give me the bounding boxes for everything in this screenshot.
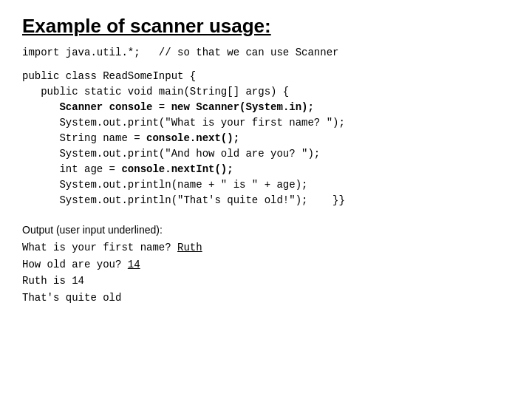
code-line-8: System.out.println(name + " is " + age); bbox=[22, 179, 307, 191]
output-line-1-prefix: What is your first name? bbox=[22, 242, 177, 253]
code-line-1: public class ReadSomeInput { bbox=[22, 70, 196, 82]
code-line-9: System.out.println("That's quite old!");… bbox=[22, 194, 345, 206]
output-line-3: Ruth is 14 bbox=[22, 273, 510, 289]
output-line-2-user: 14 bbox=[128, 259, 140, 270]
output-section: Output (user input underlined): What is … bbox=[22, 222, 510, 306]
import-line: import java.util.*; // so that we can us… bbox=[22, 47, 510, 58]
code-line-2: public static void main(String[] args) { bbox=[22, 86, 289, 98]
output-line-1: What is your first name? Ruth bbox=[22, 239, 510, 256]
output-label: Output (user input underlined): bbox=[22, 222, 510, 238]
code-line-3: Scanner console = new Scanner(System.in)… bbox=[22, 101, 314, 113]
code-line-5: String name = console.next(); bbox=[22, 132, 239, 144]
output-line-4: That's quite old bbox=[22, 290, 510, 306]
code-line-4: System.out.print("What is your first nam… bbox=[22, 117, 345, 129]
code-bold-console-next: console.next(); bbox=[146, 132, 239, 144]
code-line-7: int age = console.nextInt(); bbox=[22, 163, 233, 175]
code-bold-new-scanner: new Scanner(System.in); bbox=[171, 101, 314, 113]
output-line-2-prefix: How old are you? bbox=[22, 259, 128, 270]
code-bold-scanner-console: Scanner console bbox=[59, 101, 152, 113]
output-line-2: How old are you? 14 bbox=[22, 256, 510, 273]
code-line-6: System.out.print("And how old are you? "… bbox=[22, 148, 320, 160]
code-bold-console-nextint: console.nextInt(); bbox=[121, 163, 233, 175]
code-block: public class ReadSomeInput { public stat… bbox=[22, 69, 510, 208]
output-line-1-user: Ruth bbox=[177, 242, 202, 253]
page-title: Example of scanner usage: bbox=[22, 15, 510, 38]
